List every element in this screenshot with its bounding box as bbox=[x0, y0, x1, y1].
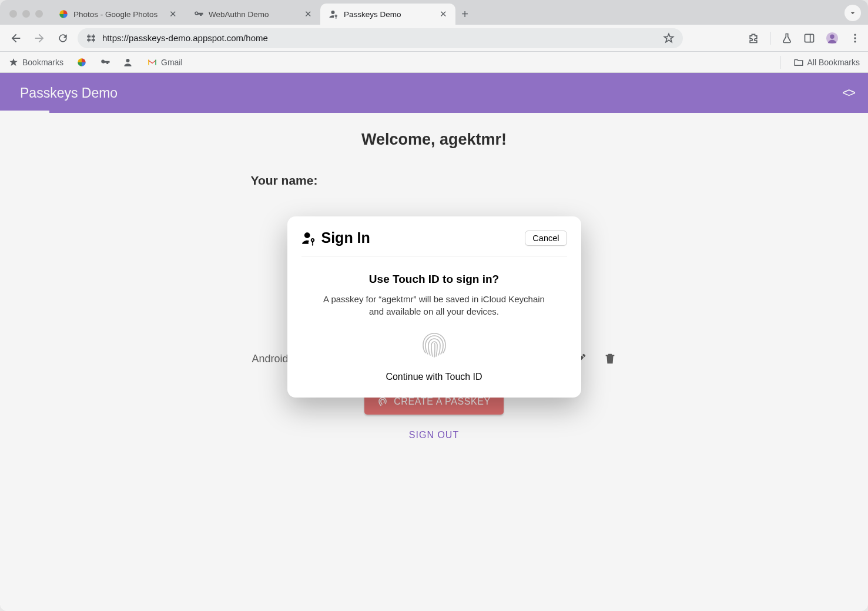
all-bookmarks[interactable]: All Bookmarks bbox=[793, 57, 860, 68]
bookmark-gmail-label: Gmail bbox=[161, 58, 183, 67]
browser-toolbar: https://passkeys-demo.appspot.com/home bbox=[0, 25, 868, 52]
your-name-label: Your name: bbox=[251, 173, 640, 188]
svg-point-3 bbox=[830, 34, 834, 38]
bookmark-photos[interactable] bbox=[76, 57, 87, 68]
svg-rect-0 bbox=[805, 34, 814, 42]
welcome-heading: Welcome, agektmr! bbox=[229, 131, 640, 149]
touch-id-icon[interactable] bbox=[420, 330, 449, 360]
bookmark-star-icon[interactable] bbox=[663, 32, 675, 44]
key-icon bbox=[193, 9, 204, 19]
svg-point-6 bbox=[854, 41, 856, 42]
tab-passkeys-active[interactable]: Passkeys Demo ✕ bbox=[320, 4, 455, 25]
tab-webauthn[interactable]: WebAuthn Demo ✕ bbox=[185, 4, 320, 25]
kebab-menu-icon[interactable] bbox=[849, 32, 861, 44]
cancel-button[interactable]: Cancel bbox=[525, 231, 567, 246]
reload-button[interactable] bbox=[54, 29, 72, 47]
delete-icon[interactable] bbox=[604, 352, 616, 365]
sign-out-button[interactable]: SIGN OUT bbox=[409, 430, 459, 440]
close-icon[interactable]: ✕ bbox=[304, 9, 312, 19]
sign-out-label: SIGN OUT bbox=[409, 430, 459, 440]
modal-body: Use Touch ID to sign in? A passkey for “… bbox=[301, 256, 567, 382]
tab-title: Photos - Google Photos bbox=[73, 10, 157, 19]
modal-question: Use Touch ID to sign in? bbox=[307, 273, 561, 286]
modal-title: Sign In bbox=[321, 229, 370, 246]
svg-point-4 bbox=[854, 34, 856, 35]
window-controls bbox=[9, 10, 43, 18]
person-key-icon bbox=[329, 9, 339, 19]
side-panel-icon[interactable] bbox=[803, 32, 815, 44]
close-icon[interactable]: ✕ bbox=[440, 9, 447, 19]
bookmarks-bar: Bookmarks Gmail All Bookmarks bbox=[0, 52, 868, 73]
browser-tab-strip: Photos - Google Photos ✕ WebAuthn Demo ✕… bbox=[0, 0, 868, 25]
signin-modal: Sign In Cancel Use Touch ID to sign in? … bbox=[287, 216, 581, 398]
toolbar-divider bbox=[770, 32, 770, 45]
site-settings-icon[interactable] bbox=[86, 33, 96, 44]
tab-overflow-button[interactable] bbox=[844, 5, 861, 21]
code-toggle-icon[interactable]: <> bbox=[842, 85, 854, 101]
fingerprint-icon bbox=[377, 396, 388, 407]
app-title: Passkeys Demo bbox=[20, 85, 118, 101]
bookbar-divider bbox=[780, 56, 780, 69]
labs-icon[interactable] bbox=[781, 32, 793, 44]
traffic-light-zoom[interactable] bbox=[35, 10, 43, 18]
url-text: https://passkeys-demo.appspot.com/home bbox=[102, 33, 268, 43]
toolbar-extensions bbox=[748, 32, 861, 45]
modal-description: A passkey for “agektmr” will be saved in… bbox=[317, 293, 552, 318]
app-header: Passkeys Demo <> bbox=[0, 73, 868, 113]
modal-header: Sign In Cancel bbox=[301, 229, 567, 256]
new-tab-button[interactable]: + bbox=[455, 5, 474, 24]
tab-title: Passkeys Demo bbox=[344, 10, 401, 19]
back-button[interactable] bbox=[7, 29, 25, 47]
passkey-row-label: Android bbox=[252, 353, 289, 365]
svg-point-5 bbox=[854, 37, 856, 39]
continue-touch-id-label: Continue with Touch ID bbox=[307, 372, 561, 382]
all-bookmarks-label: All Bookmarks bbox=[807, 58, 860, 67]
tab-photos[interactable]: Photos - Google Photos ✕ bbox=[50, 4, 185, 25]
forward-button[interactable] bbox=[31, 29, 48, 47]
google-photos-icon bbox=[58, 9, 69, 19]
cancel-label: Cancel bbox=[532, 233, 559, 243]
tab-indicator bbox=[0, 111, 49, 113]
create-passkey-label: CREATE A PASSKEY bbox=[394, 396, 491, 407]
profile-avatar[interactable] bbox=[826, 32, 839, 45]
traffic-light-minimize[interactable] bbox=[22, 10, 30, 18]
extensions-icon[interactable] bbox=[748, 32, 759, 44]
bookmark-person[interactable] bbox=[123, 57, 134, 68]
traffic-light-close[interactable] bbox=[9, 10, 17, 18]
close-icon[interactable]: ✕ bbox=[169, 9, 177, 19]
bookmarks-label: Bookmarks bbox=[22, 58, 63, 67]
bookmarks-folder[interactable]: Bookmarks bbox=[8, 57, 63, 68]
bookmark-key[interactable] bbox=[100, 57, 110, 68]
address-bar[interactable]: https://passkeys-demo.appspot.com/home bbox=[78, 28, 683, 48]
person-key-icon bbox=[301, 231, 317, 246]
bookmark-gmail[interactable]: Gmail bbox=[147, 57, 183, 68]
tab-title: WebAuthn Demo bbox=[209, 10, 269, 19]
